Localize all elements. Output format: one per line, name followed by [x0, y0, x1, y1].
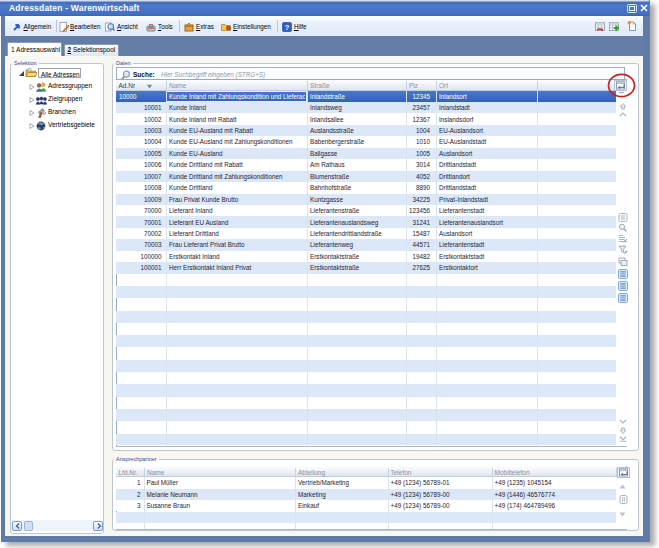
svg-text:?: ?: [285, 22, 290, 31]
